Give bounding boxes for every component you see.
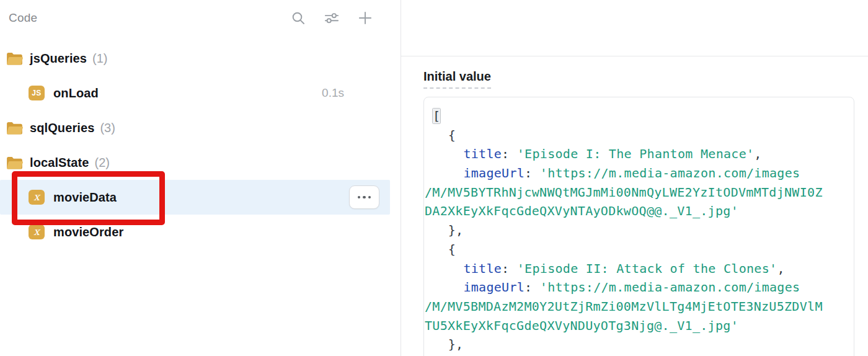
code-line: { <box>433 240 848 259</box>
item-count: (3) <box>100 121 115 135</box>
code-line: }, <box>433 221 848 240</box>
app-window: Code jsQueries(1)JSonLoad0.1ssqlQueries(… <box>0 0 868 356</box>
panel-title: Code <box>9 11 37 25</box>
code-line: TU5XkEyXkFqcGdeQXVyNDUyOTg3Njg@._V1_.jpg… <box>425 316 848 336</box>
item-count: (2) <box>94 156 109 170</box>
tree-item-label: localState <box>30 156 89 170</box>
tree-item-localState[interactable]: localState(2) <box>0 145 400 180</box>
code-line: title: 'Episode II: Attack of the Clones… <box>433 259 848 278</box>
code-line: /M/MV5BYTRhNjcwNWQtMGJmMi00NmQyLWE2YzItO… <box>425 183 848 202</box>
folder-icon <box>6 156 23 169</box>
search-icon[interactable] <box>291 11 306 25</box>
tree-item-label: sqlQueries <box>30 121 94 135</box>
initial-value-label: Initial value <box>423 69 491 89</box>
code-line: imageUrl: 'https://m.media-amazon.com/im… <box>433 278 848 297</box>
tree-item-onLoad[interactable]: JSonLoad0.1s <box>0 76 400 110</box>
inspector-header-area <box>401 0 868 56</box>
code-panel-header: Code <box>0 0 400 36</box>
folder-icon <box>6 122 23 135</box>
code-line: [ <box>433 107 848 126</box>
code-panel: Code jsQueries(1)JSonLoad0.1ssqlQueries(… <box>0 0 400 356</box>
tree-item-sqlQueries[interactable]: sqlQueries(3) <box>0 110 400 145</box>
code-line: }, <box>433 335 848 354</box>
code-tree: jsQueries(1)JSonLoad0.1ssqlQueries(3)loc… <box>0 36 400 249</box>
tree-item-jsQueries[interactable]: jsQueries(1) <box>0 41 400 76</box>
state-variable-icon: x <box>29 225 45 239</box>
state-variable-icon: x <box>29 190 45 205</box>
row-overflow-menu-button[interactable] <box>349 185 379 209</box>
dot <box>363 196 366 199</box>
tree-item-label: onLoad <box>53 86 99 100</box>
inspector-body: Initial value [ { title: 'Episode I: The… <box>401 56 868 356</box>
tree-item-label: movieData <box>53 190 117 205</box>
code-line: imageUrl: 'https://m.media-amazon.com/im… <box>433 164 848 183</box>
filter-icon[interactable] <box>324 11 339 25</box>
code-line: DA2XkEyXkFqcGdeQXVyNTAyODkwOQ@@._V1_.jpg… <box>425 202 848 221</box>
code-line: /M/MV5BMDAzM2M0Y2UtZjRmZi00MzVlLTg4MjEtO… <box>425 297 848 316</box>
folder-icon <box>6 52 23 65</box>
tree-item-movieData[interactable]: xmovieData <box>0 180 390 215</box>
inspector-panel: Initial value [ { title: 'Episode I: The… <box>401 0 868 356</box>
code-line: title: 'Episode I: The Phantom Menace', <box>433 145 848 164</box>
code-line: { <box>433 126 848 145</box>
js-query-icon: JS <box>29 86 45 100</box>
dot <box>368 196 371 199</box>
add-icon[interactable] <box>358 11 373 25</box>
dot <box>358 196 361 199</box>
tree-item-movieOrder[interactable]: xmovieOrder <box>0 215 400 249</box>
initial-value-editor[interactable]: [ { title: 'Episode I: The Phantom Menac… <box>423 97 854 356</box>
panel-toolbar <box>291 11 373 25</box>
run-time: 0.1s <box>322 86 344 100</box>
item-count: (1) <box>92 51 107 66</box>
tree-item-label: movieOrder <box>53 225 123 239</box>
tree-item-label: jsQueries <box>30 51 87 66</box>
